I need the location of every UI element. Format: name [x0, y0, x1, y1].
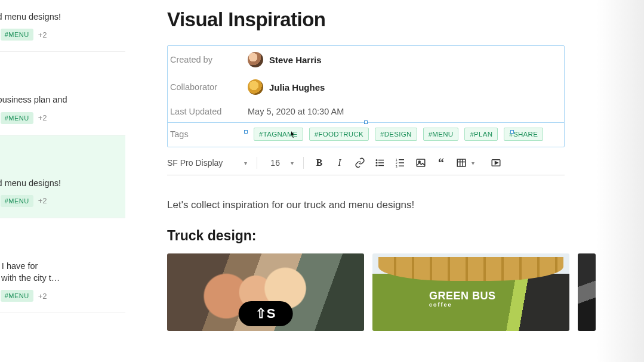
- meta-last-updated: Last Updated May 5, 2020 at 10:30 AM: [168, 101, 564, 122]
- svg-text:3: 3: [396, 165, 398, 168]
- card-tags: ESIGN #MENU +2: [0, 195, 117, 207]
- image-gallery: ⇧S GREEN BUS coffee: [167, 253, 585, 331]
- tag-input[interactable]: #TAGNAME: [254, 128, 303, 141]
- svg-rect-12: [417, 159, 425, 166]
- tag-more-count: +2: [37, 30, 47, 39]
- card-snippet: ne ideas I have for to check with the ci…: [0, 260, 117, 284]
- toolbar-separator: [257, 157, 257, 169]
- numbered-list-icon[interactable]: 123: [395, 157, 406, 169]
- image-icon[interactable]: [415, 157, 427, 169]
- tag-chip[interactable]: #MENU: [1, 29, 33, 41]
- body-intro[interactable]: Let's collect inspiration for our truck …: [167, 199, 644, 211]
- svg-rect-1: [378, 160, 384, 161]
- sidebar-card[interactable]: truck and menu designs! ESIGN #MENU +2: [0, 0, 125, 52]
- tag-chip[interactable]: #MENU: [1, 290, 33, 302]
- tags-row-wrapper: Tags #TAGNAME #FOODTRUCK #DESIGN #MENU #…: [168, 122, 564, 141]
- tag-more-count: +2: [37, 113, 47, 122]
- card-snippet: truck and menu designs!: [0, 11, 117, 23]
- bold-icon[interactable]: B: [313, 157, 325, 169]
- svg-point-2: [375, 162, 377, 164]
- meta-box[interactable]: Created by Steve Harris Collaborator Jul…: [167, 45, 565, 147]
- svg-rect-7: [399, 159, 404, 160]
- svg-rect-14: [457, 159, 466, 166]
- svg-point-0: [375, 159, 377, 161]
- card-snippet: ack our business plan and: [0, 94, 117, 106]
- last-updated-value: May 5, 2020 at 10:30 AM: [248, 107, 344, 116]
- meta-created-by: Created by Steve Harris: [168, 46, 564, 73]
- svg-rect-11: [399, 166, 404, 167]
- font-family-select[interactable]: SF Pro Display ▾: [167, 158, 247, 168]
- link-icon[interactable]: [354, 157, 366, 169]
- italic-icon[interactable]: I: [334, 157, 346, 169]
- card-snippet: truck and menu designs!: [0, 177, 117, 189]
- video-icon[interactable]: ▾: [490, 157, 502, 169]
- avatar[interactable]: [248, 52, 263, 67]
- card-tags: ESIGN #MENU +2: [0, 29, 117, 41]
- svg-point-4: [375, 165, 377, 166]
- sidebar-card[interactable]: ack our business plan and ESIGN #MENU +2: [0, 52, 125, 135]
- creator-name[interactable]: Steve Harris: [269, 55, 322, 65]
- gallery-image[interactable]: ⇧S: [167, 253, 364, 331]
- meta-label: Last Updated: [170, 107, 248, 116]
- tag-chip[interactable]: #MENU: [1, 195, 33, 207]
- tag-more-count: +2: [37, 292, 47, 301]
- card-tags: ESIGN #MENU +2: [0, 290, 117, 302]
- page-title[interactable]: Visual Inspiration: [167, 8, 644, 31]
- svg-rect-3: [378, 162, 384, 163]
- sidebar-card[interactable]: ne ideas I have for to check with the ci…: [0, 218, 125, 314]
- tag-chip[interactable]: #MENU: [423, 128, 459, 141]
- chevron-down-icon: ▾: [472, 160, 474, 166]
- chevron-down-icon: ▾: [291, 160, 294, 166]
- main-content: Visual Inspiration Created by Steve Harr…: [127, 0, 644, 362]
- table-icon[interactable]: ▾: [455, 157, 467, 169]
- tag-chip[interactable]: #PLAN: [464, 128, 498, 141]
- font-size-select[interactable]: 16 ▾: [270, 158, 294, 168]
- sidebar: truck and menu designs! ESIGN #MENU +2 a…: [0, 0, 125, 362]
- svg-rect-5: [378, 165, 384, 166]
- chevron-down-icon: ▾: [244, 160, 247, 166]
- svg-marker-19: [495, 162, 498, 165]
- font-size-value: 16: [270, 158, 280, 168]
- card-tags: ESIGN #MENU +2: [0, 112, 117, 124]
- gallery-image[interactable]: [578, 253, 596, 331]
- gallery-image[interactable]: GREEN BUS coffee: [372, 253, 569, 331]
- collaborator-name[interactable]: Julia Hughes: [269, 82, 325, 92]
- shortcut-label: ⇧S: [255, 306, 276, 321]
- meta-tags-row[interactable]: Tags #TAGNAME #FOODTRUCK #DESIGN #MENU #…: [168, 123, 564, 141]
- shortcut-overlay: ⇧S: [239, 301, 293, 326]
- meta-collaborator: Collaborator Julia Hughes: [168, 73, 564, 101]
- avatar[interactable]: [248, 79, 263, 95]
- tag-more-count: +2: [37, 196, 47, 205]
- svg-rect-9: [399, 162, 404, 163]
- selection-handle-icon[interactable]: [510, 130, 514, 134]
- meta-label: Created by: [170, 55, 248, 64]
- section-heading[interactable]: Truck design:: [167, 228, 644, 244]
- meta-label: Tags: [170, 129, 248, 139]
- bullet-list-icon[interactable]: [374, 157, 386, 169]
- quote-icon[interactable]: “: [435, 157, 447, 169]
- truck-name-label: GREEN BUS coffee: [429, 290, 496, 308]
- toolbar-separator: [303, 157, 304, 169]
- meta-label: Collaborator: [170, 82, 248, 92]
- tag-chip[interactable]: #FOODTRUCK: [309, 128, 369, 141]
- selection-handle-icon[interactable]: [244, 130, 248, 134]
- format-toolbar: SF Pro Display ▾ 16 ▾ B I 123 “ ▾: [167, 154, 565, 175]
- sidebar-card-active[interactable]: truck and menu designs! ESIGN #MENU +2: [0, 135, 125, 218]
- font-family-value: SF Pro Display: [167, 158, 223, 168]
- tag-chip[interactable]: #DESIGN: [375, 128, 417, 141]
- tag-chip[interactable]: #MENU: [1, 112, 33, 124]
